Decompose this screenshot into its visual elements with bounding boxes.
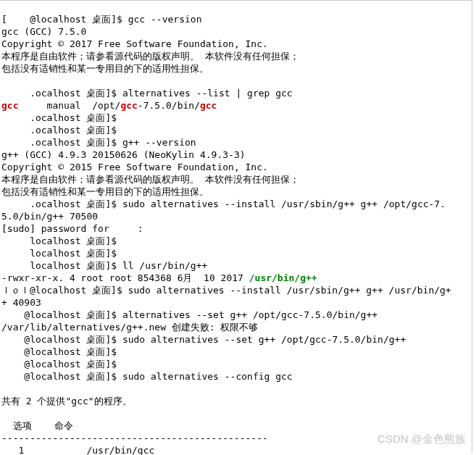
prompt: @localhost 桌面]$ xyxy=(1,359,122,370)
table-row: 1 /usr/bin/gcc xyxy=(1,445,154,455)
cmd-text: gcc --version xyxy=(128,14,202,25)
path-highlight: /usr/bin/g++ xyxy=(249,272,317,283)
output-line: Copyright © 2017 Free Software Foundatio… xyxy=(1,38,268,49)
output-text: -rwxr-xr-x. 4 root root 854368 6月 10 201… xyxy=(1,272,249,283)
cmd-text: ll /usr/bin/g++ xyxy=(122,260,207,271)
prompt: localhost 桌面]$ xyxy=(1,235,122,246)
watermark: CSDN @金色熊族 xyxy=(377,433,466,445)
output-line: gcc (GCC) 7.5.0 xyxy=(1,26,86,37)
output-line: Copyright © 2015 Free Software Foundatio… xyxy=(1,162,268,172)
output-text: manual /opt/ xyxy=(18,100,120,111)
cmd-text: sudo alternatives --install /usr/sbin/g+… xyxy=(122,199,446,209)
output-line: g++ (GCC) 4.9.3 20150626 (NeoKylin 4.9.3… xyxy=(1,149,246,160)
prompt: ｌ‎ｏ‎ｌ‎@localhost 桌面]$ xyxy=(1,285,128,296)
output-line: [sudo] password for : xyxy=(1,223,143,234)
output-line: 本程序是自由软件；请参看源代码的版权声明。 本软件没有任何担保； xyxy=(1,51,299,62)
terminal-window[interactable]: [ @localhost 桌面]$ gcc --version gcc (GCC… xyxy=(0,0,472,454)
prompt: @localhost 桌面]$ xyxy=(1,371,122,382)
gcc-highlight: gcc xyxy=(1,100,18,111)
cmd-text: alternatives --set g++ /opt/gcc-7.5.0/bi… xyxy=(122,309,377,320)
cmd-text: + 40903 xyxy=(1,297,41,308)
cmd-text: sudo alternatives --set g++ /opt/gcc-7.5… xyxy=(122,334,406,345)
table-header: 选项 命令 xyxy=(1,420,73,431)
prompt: [ @localhost 桌面]$ xyxy=(1,14,128,25)
cmd-text: 5.0/bin/g++ 70500 xyxy=(1,211,98,222)
output-line: /var/lib/alternatives/g++.new 创建失败: 权限不够 xyxy=(1,322,258,333)
prompt: .ocalhost 桌面]$ xyxy=(1,125,122,135)
output-line: 共有 2 个提供"gcc"的程序。 xyxy=(1,396,132,406)
output-text: -7.5.0/bin/ xyxy=(138,100,200,111)
prompt: .ocalhost 桌面]$ xyxy=(1,112,122,123)
cmd-text: alternatives --list | grep gcc xyxy=(122,88,293,99)
prompt: @localhost 桌面]$ xyxy=(1,346,122,357)
cmd-text: g++ --version xyxy=(122,137,196,148)
prompt: localhost 桌面]$ xyxy=(1,248,122,259)
prompt: .ocalhost 桌面]$ xyxy=(1,88,122,99)
prompt: localhost 桌面]$ xyxy=(1,260,122,271)
cmd-text: sudo alternatives --install /usr/sbin/g+… xyxy=(128,285,451,296)
gcc-highlight: gcc xyxy=(200,100,217,111)
cmd-text: sudo alternatives --config gcc xyxy=(122,371,293,382)
output-line: 包括没有适销性和某一专用目的下的适用性担保。 xyxy=(1,63,209,74)
gcc-highlight: gcc xyxy=(120,100,137,111)
prompt: .ocalhost 桌面]$ xyxy=(1,199,122,209)
separator: ----------------------------------------… xyxy=(1,433,268,443)
output-line: 本程序是自由软件；请参看源代码的版权声明。 本软件没有任何担保； xyxy=(1,174,299,185)
prompt: @localhost 桌面]$ xyxy=(1,334,122,345)
prompt: .ocalhost 桌面]$ xyxy=(1,137,122,148)
output-line: 包括没有适销性和某一专用目的下的适用性担保。 xyxy=(1,186,209,197)
prompt: @localhost 桌面]$ xyxy=(1,309,122,320)
